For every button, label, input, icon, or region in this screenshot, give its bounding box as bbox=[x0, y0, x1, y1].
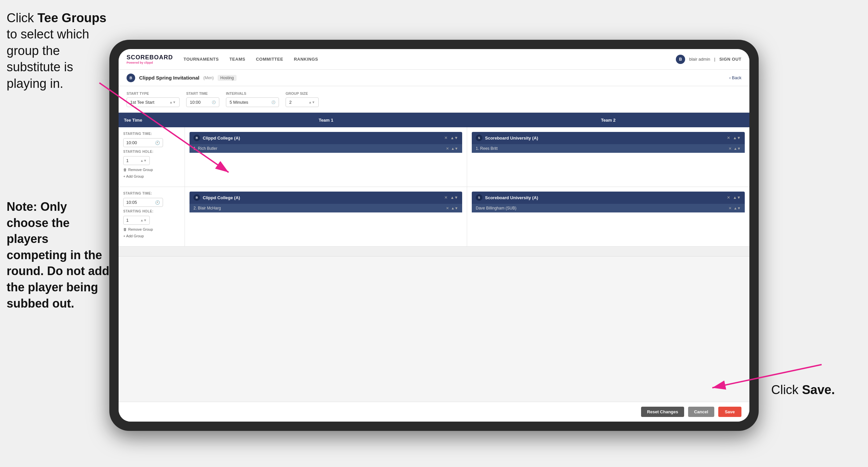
player-x-1-1[interactable]: ✕ bbox=[446, 146, 449, 151]
team2-chevron-2[interactable]: ▲▼ bbox=[733, 195, 741, 200]
start-type-input[interactable]: 1st Tee Start ▲▼ bbox=[127, 97, 180, 107]
player-chevron-1-1[interactable]: ▲▼ bbox=[451, 146, 458, 151]
player-controls-2-1[interactable]: ✕ ▲▼ bbox=[728, 146, 741, 151]
player-name-1-1: 1. Rich Butler bbox=[193, 146, 443, 151]
team2-col-header: Team 2 bbox=[467, 118, 749, 123]
subheader: B Clippd Spring Invitational (Men) Hosti… bbox=[119, 69, 749, 86]
add-group-btn-2[interactable]: + Add Group bbox=[123, 234, 180, 238]
player-chevron-2-1[interactable]: ▲▼ bbox=[734, 146, 741, 151]
scroll-indicator bbox=[119, 246, 749, 257]
hole-arrow-1: ▲▼ bbox=[140, 159, 147, 163]
hosting-badge: Hosting bbox=[218, 75, 237, 81]
table-header: Tee Time Team 1 Team 2 bbox=[119, 113, 749, 127]
sign-out-link[interactable]: Sign out bbox=[719, 55, 741, 63]
start-time-label: Start Time bbox=[186, 91, 219, 95]
start-time-input[interactable]: 10:00 🕙 bbox=[186, 97, 219, 107]
cancel-button[interactable]: Cancel bbox=[688, 407, 714, 417]
team2-controls-1[interactable]: ✕ ▲▼ bbox=[727, 136, 741, 140]
add-group-label-2: + Add Group bbox=[123, 234, 144, 238]
group-size-input[interactable]: 2 ▲▼ bbox=[286, 97, 319, 107]
player-controls-1-1[interactable]: ✕ ▲▼ bbox=[446, 146, 458, 151]
team2-x-1[interactable]: ✕ bbox=[727, 136, 730, 140]
starting-time-label-1: STARTING TIME: bbox=[123, 132, 180, 136]
nav-rankings[interactable]: RANKINGS bbox=[294, 55, 318, 63]
remove-group-btn-1[interactable]: 🗑 Remove Group bbox=[123, 168, 180, 172]
nav-tournaments[interactable]: TOURNAMENTS bbox=[184, 55, 219, 63]
time-icon-2: 🕙 bbox=[155, 200, 160, 205]
team1-icon-1: B bbox=[193, 135, 200, 141]
player-row-1-2: 2. Blair McHarg ✕ ▲▼ bbox=[189, 204, 462, 212]
action-bar: Reset Changes Cancel Save bbox=[119, 402, 749, 421]
team1-chevron-1[interactable]: ▲▼ bbox=[450, 136, 458, 140]
logo-area: SCOREBOARD Powered by clippd bbox=[127, 54, 173, 64]
player-x-2-1[interactable]: ✕ bbox=[728, 146, 732, 151]
player-controls-2-2[interactable]: ✕ ▲▼ bbox=[728, 206, 741, 210]
save-instruction-bold: Save. bbox=[802, 383, 835, 397]
group-size-group: Group Size 2 ▲▼ bbox=[286, 91, 319, 107]
intervals-label: Intervals bbox=[226, 91, 279, 95]
start-time-group: Start Time 10:00 🕙 bbox=[186, 91, 219, 107]
player-chevron-1-2[interactable]: ▲▼ bbox=[451, 206, 458, 210]
player-controls-1-2[interactable]: ✕ ▲▼ bbox=[446, 206, 458, 210]
start-type-group: Start Type 1st Tee Start ▲▼ bbox=[127, 91, 180, 107]
starting-time-value-1: 10:00 bbox=[126, 140, 137, 145]
navbar: SCOREBOARD Powered by clippd TOURNAMENTS… bbox=[119, 49, 749, 69]
brand-name: clippd bbox=[144, 61, 153, 64]
player-x-1-2[interactable]: ✕ bbox=[446, 206, 449, 210]
team2-cell-1: S Scoreboard University (A) ✕ ▲▼ 1. Rees… bbox=[467, 127, 749, 186]
instruction-suffix: to select which group the substitute is … bbox=[7, 27, 89, 90]
team2-x-2[interactable]: ✕ bbox=[727, 195, 730, 200]
team2-name-1: Scoreboard University (A) bbox=[485, 136, 724, 141]
team2-card-1: S Scoreboard University (A) ✕ ▲▼ 1. Rees… bbox=[472, 132, 745, 153]
gender-badge: (Men) bbox=[204, 76, 214, 80]
player-name-2-1: 1. Rees Britt bbox=[476, 146, 726, 151]
team2-controls-2[interactable]: ✕ ▲▼ bbox=[727, 195, 741, 200]
add-group-btn-1[interactable]: + Add Group bbox=[123, 174, 180, 178]
starting-time-input-2[interactable]: 10:05 🕙 bbox=[123, 198, 163, 207]
instruction-prefix: Click bbox=[7, 11, 37, 25]
team1-card-1: B Clippd College (A) ✕ ▲▼ 1. Rich Butler… bbox=[189, 132, 462, 153]
tablet-frame: SCOREBOARD Powered by clippd TOURNAMENTS… bbox=[109, 40, 759, 431]
nav-teams[interactable]: TEAMS bbox=[229, 55, 245, 63]
starting-hole-value-1: 1 bbox=[126, 158, 128, 163]
team1-x-2[interactable]: ✕ bbox=[444, 195, 447, 200]
trash-icon-2: 🗑 bbox=[123, 227, 127, 231]
tee-time-col-header: Tee Time bbox=[119, 118, 185, 123]
note-label: Note: Only choose the players competing … bbox=[7, 200, 109, 310]
nav-right: B blair admin | Sign out bbox=[676, 55, 741, 64]
player-row-1-1: 1. Rich Butler ✕ ▲▼ bbox=[189, 144, 462, 153]
settings-row: Start Type 1st Tee Start ▲▼ Start Time 1… bbox=[119, 86, 749, 113]
starting-hole-input-2[interactable]: 1 ▲▼ bbox=[123, 216, 150, 225]
tablet-screen: SCOREBOARD Powered by clippd TOURNAMENTS… bbox=[119, 49, 749, 421]
user-avatar: B bbox=[676, 55, 685, 64]
reset-changes-button[interactable]: Reset Changes bbox=[641, 407, 684, 417]
team2-name-2: Scoreboard University (A) bbox=[485, 195, 724, 200]
starting-time-input-1[interactable]: 10:00 🕙 bbox=[123, 138, 163, 147]
click-save-instruction: Click Save. bbox=[771, 383, 835, 397]
save-button[interactable]: Save bbox=[718, 407, 741, 417]
remove-group-btn-2[interactable]: 🗑 Remove Group bbox=[123, 227, 180, 231]
separator: | bbox=[714, 57, 715, 62]
team1-chevron-2[interactable]: ▲▼ bbox=[450, 195, 458, 200]
team1-icon-2: B bbox=[193, 194, 200, 201]
player-chevron-2-2[interactable]: ▲▼ bbox=[734, 206, 741, 210]
team2-chevron-1[interactable]: ▲▼ bbox=[733, 136, 741, 140]
starting-hole-label-2: STARTING HOLE: bbox=[123, 209, 180, 213]
starting-hole-input-1[interactable]: 1 ▲▼ bbox=[123, 156, 150, 165]
start-type-arrow: ▲▼ bbox=[169, 100, 176, 104]
start-type-label: Start Type bbox=[127, 91, 180, 95]
team1-controls-2[interactable]: ✕ ▲▼ bbox=[444, 195, 458, 200]
player-x-2-2[interactable]: ✕ bbox=[728, 206, 732, 210]
back-button[interactable]: ‹ Back bbox=[729, 75, 741, 80]
team1-controls-1[interactable]: ✕ ▲▼ bbox=[444, 136, 458, 140]
team1-x-1[interactable]: ✕ bbox=[444, 136, 447, 140]
user-name: blair admin bbox=[689, 57, 710, 62]
tee-groups-instruction: Click Tee Groups to select which group t… bbox=[7, 10, 109, 92]
nav-committee[interactable]: COMMITTEE bbox=[256, 55, 283, 63]
starting-time-value-2: 10:05 bbox=[126, 200, 137, 205]
intervals-input[interactable]: 5 Minutes 🕙 bbox=[226, 97, 279, 107]
tournament-name: Clippd Spring Invitational bbox=[139, 75, 199, 81]
powered-prefix: Powered by bbox=[127, 61, 144, 64]
powered-by: Powered by clippd bbox=[127, 61, 173, 64]
main-content: Start Type 1st Tee Start ▲▼ Start Time 1… bbox=[119, 86, 749, 402]
